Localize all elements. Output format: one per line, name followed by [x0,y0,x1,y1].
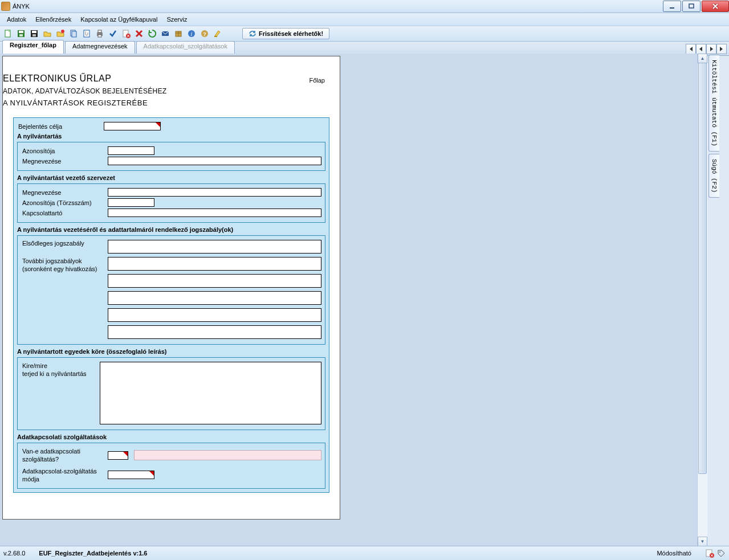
menu-kapcsolat[interactable]: Kapcsolat az Ügyfélkapuval [76,15,162,24]
menu-ellenorzesek[interactable]: Ellenőrzések [31,15,76,24]
label-registry-id: Azonosítója [21,148,108,154]
delete-icon[interactable] [133,28,145,39]
form-page: Főlap ELEKTRONIKUS ŰRLAP ADATOK, ADATVÁL… [2,56,340,520]
vertical-scrollbar[interactable]: ▲ ▼ [697,54,707,546]
package-icon[interactable] [173,28,184,39]
close-button[interactable] [702,1,729,12]
status-error-icon[interactable] [705,549,714,558]
mail-icon[interactable] [160,28,171,39]
label-org-contact: Kapcsolattartó [21,210,108,216]
label-org-name: Megnevezése [21,189,108,196]
tab-regiszter-folap[interactable]: Regiszter_főlap [2,40,64,55]
label-registry-name: Megnevezése [21,158,108,165]
minimize-button[interactable] [663,1,681,12]
help-icon[interactable]: ? [199,28,210,39]
heading-scope: A nyilvántartott egyedek köre (összefogl… [17,348,325,355]
svg-rect-15 [98,35,101,37]
menu-adatok[interactable]: Adatok [2,15,31,24]
updates-available-button[interactable]: Frissítések elérhetők! [242,28,329,39]
menu-szerviz[interactable]: Szerviz [162,15,192,24]
input-service-note[interactable] [134,450,321,460]
scroll-up-icon[interactable]: ▲ [698,54,707,63]
menubar: Adatok Ellenőrzések Kapcsolat az Ügyfélk… [0,13,729,26]
statusbar: v.2.68.0 EUF_Regiszter_Adatbejelentés v:… [0,546,729,560]
error-icon[interactable] [120,28,132,39]
nav-last-icon[interactable] [716,44,727,54]
status-version: v.2.68.0 [3,550,25,557]
input-org-contact[interactable] [108,209,321,217]
label-scope-1: Kire/mire [22,362,100,370]
label-has-service-2: szolgáltatás? [22,455,108,463]
heading-dataconn: Adatkapcsolati szolgáltatások [17,434,325,440]
svg-rect-14 [98,30,101,32]
recycle-icon[interactable] [146,28,158,39]
titlebar: ÁNYK [0,0,729,13]
sidetab-help[interactable]: Súgó (F2) [708,154,719,198]
label-has-service-1: Van-e adatkapcsolati [22,447,108,455]
save-icon[interactable] [15,28,27,39]
label-service-mode-1: Adatkapcsolat-szolgáltatás [22,467,108,475]
open-marked-icon[interactable] [55,28,66,39]
input-service-mode[interactable] [108,471,154,479]
attach-icon[interactable] [81,28,92,39]
workarea: Főlap ELEKTRONIKUS ŰRLAP ADATOK, ADATVÁL… [0,54,707,546]
input-purpose[interactable] [104,122,161,130]
highlight-icon[interactable] [212,28,223,39]
label-scope-2: terjed ki a nyilvántartás [22,370,100,378]
input-registry-name[interactable] [108,157,321,165]
svg-point-9 [61,30,64,33]
window-title: ÁNYK [13,3,30,10]
input-law-5[interactable] [108,308,321,322]
refresh-arrows-icon [249,30,256,38]
svg-rect-11 [72,31,76,37]
input-law-4[interactable] [108,291,321,305]
check-icon[interactable] [107,28,119,39]
page-corner-label: Főlap [309,77,325,84]
svg-rect-0 [670,7,674,9]
copy-icon[interactable] [68,28,79,39]
sidetab-fill-guide[interactable]: Kitöltési útmutató (F1) [708,55,719,152]
svg-rect-5 [19,34,23,36]
nav-next-icon[interactable] [706,44,716,54]
scroll-thumb[interactable] [698,63,707,474]
maximize-button[interactable] [682,1,701,12]
input-law-6[interactable] [108,325,321,339]
info-icon[interactable]: i [186,28,197,39]
label-more-laws-1: További jogszabályok [22,257,108,265]
updates-label: Frissítések elérhetők! [259,30,323,37]
label-service-mode-2: módja [22,475,108,483]
input-primary-law[interactable] [108,240,321,254]
form-title-2: ADATOK, ADATVÁLTOZÁSOK BEJELENTÉSÉHEZ [3,87,340,95]
input-org-name[interactable] [108,188,321,197]
print-icon[interactable] [94,28,105,39]
svg-text:?: ? [203,31,206,37]
input-has-service[interactable] [108,451,128,460]
nav-prev-icon[interactable] [696,44,706,54]
status-state: Módosítható [657,550,691,557]
status-document: EUF_Regiszter_Adatbejelentés v:1.6 [39,550,147,557]
input-law-2[interactable] [108,257,321,271]
svg-rect-12 [84,30,89,37]
svg-rect-7 [32,31,36,33]
status-tag-icon[interactable] [716,549,726,558]
input-registry-id[interactable] [108,146,154,155]
nav-first-icon[interactable] [686,44,696,54]
input-scope[interactable] [100,362,321,424]
heading-org: A nyilvántartást vezető szervezet [17,174,325,181]
form-title-3: A NYILVÁNTARTÁSOK REGISZTERÉBE [3,99,340,107]
scroll-down-icon[interactable]: ▼ [698,537,707,546]
label-more-laws-2: (soronként egy hivatkozás) [22,265,108,273]
input-law-3[interactable] [108,274,321,288]
app-icon [1,2,10,11]
save-black-icon[interactable] [28,28,40,39]
svg-rect-4 [19,31,23,33]
svg-text:i: i [191,31,193,37]
input-org-id[interactable] [108,198,154,207]
svg-rect-24 [214,36,217,37]
new-icon[interactable] [2,28,14,39]
open-icon[interactable] [42,28,53,39]
heading-registry: A nyilvántartás [17,133,325,140]
toolbar: i ? Frissítések elérhetők! [0,26,729,42]
label-primary-law: Elsődleges jogszabály [21,240,108,247]
svg-point-27 [719,551,720,553]
